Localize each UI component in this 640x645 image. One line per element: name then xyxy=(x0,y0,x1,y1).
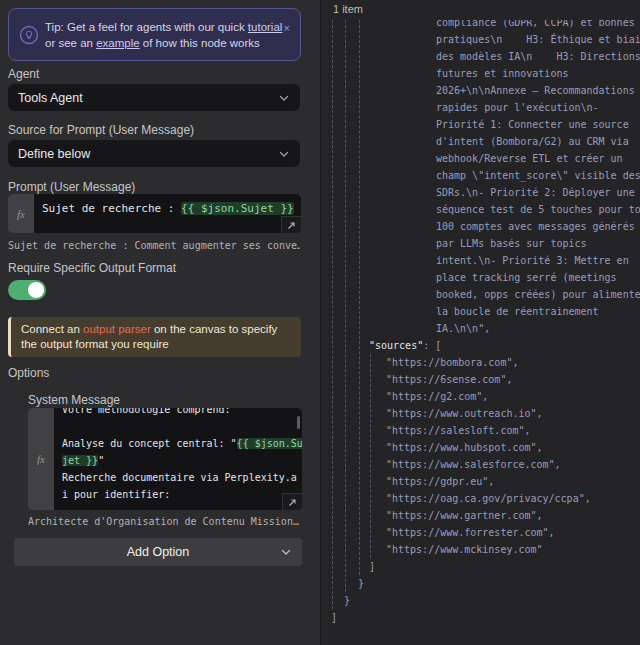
prompt-code-plain: Sujet de recherche : xyxy=(42,202,181,215)
json-line: Priorité 1: Connecter une source xyxy=(321,116,640,133)
add-option-button[interactable]: Add Option xyxy=(14,538,302,566)
json-output-text: compliance (GDPR, CCPA) et bonnespratiqu… xyxy=(321,20,640,626)
json-line: ] xyxy=(321,609,640,626)
json-line: intent.\n- Priorité 3: Mettre en xyxy=(321,252,640,269)
agent-label: Agent xyxy=(8,67,39,81)
toggle-knob xyxy=(28,282,44,298)
prompt-code-line: Sujet de recherche : {{ $json.Sujet }} xyxy=(42,201,301,216)
expand-editor-icon[interactable] xyxy=(281,216,301,233)
json-line: séquence test de 5 touches pour top xyxy=(321,201,640,218)
fx-icon: fx xyxy=(8,194,34,233)
system-code-line: jet }}" xyxy=(62,452,302,469)
prompt-code-expression: {{ $json.Sujet }} xyxy=(181,202,294,215)
require-output-format-toggle[interactable] xyxy=(8,280,46,300)
json-line: "https://www.outreach.io", xyxy=(321,405,640,422)
json-line: "https://g2.com", xyxy=(321,388,640,405)
json-line: futures et innovations xyxy=(321,65,640,82)
system-message-code-area[interactable]: Votre méthodologie comprend: Analyse du … xyxy=(54,408,302,510)
prompt-expression-editor[interactable]: fx Sujet de recherche : {{ $json.Sujet }… xyxy=(8,194,301,233)
json-line: compliance (GDPR, CCPA) et bonnes xyxy=(321,20,640,31)
chevron-down-icon xyxy=(278,148,290,160)
json-line: 100 comptes avec messages générés xyxy=(321,218,640,235)
output-parser-warning: Connect an output parser on the canvas t… xyxy=(8,317,301,357)
system-message-label: System Message xyxy=(28,393,120,407)
json-line: booked, opps créées) pour alimenter xyxy=(321,286,640,303)
system-code-line: Recherche documentaire via Perplexity.a xyxy=(62,469,302,486)
json-line: "https://www.forrester.com", xyxy=(321,524,640,541)
system-code-line: Votre méthodologie comprend: xyxy=(62,408,302,418)
json-line: "https://www.mckinsey.com" xyxy=(321,541,640,558)
json-line: d'intent (Bombora/G2) au CRM via xyxy=(321,133,640,150)
json-line: pratiques\n H3: Éthique et biais xyxy=(321,31,640,48)
ndv-screen: Tip: Get a feel for agents with our quic… xyxy=(0,0,640,645)
prompt-source-select[interactable]: Define below xyxy=(8,140,300,167)
lightbulb-icon xyxy=(19,25,39,45)
json-line: "sources": [ xyxy=(321,337,640,354)
json-line: ] xyxy=(321,558,640,575)
json-line: "https://www.salesforce.com", xyxy=(321,456,640,473)
close-icon[interactable]: × xyxy=(284,23,290,34)
editor-scrollbar[interactable] xyxy=(297,416,300,429)
warning-highlight: output parser xyxy=(83,323,151,335)
json-line: "https://www.gartner.com", xyxy=(321,507,640,524)
json-line: "https://6sense.com", xyxy=(321,371,640,388)
expand-editor-icon[interactable] xyxy=(282,493,302,510)
tip-line2: or see an xyxy=(45,37,96,49)
prompt-source-label: Source for Prompt (User Message) xyxy=(8,123,194,137)
options-label: Options xyxy=(8,366,49,380)
output-json-panel: 1 item compliance (GDPR, CCPA) et bonnes… xyxy=(320,0,640,645)
json-line: "https://www.hubspot.com", xyxy=(321,439,640,456)
json-line: "https://bombora.com", xyxy=(321,354,640,371)
fx-icon: fx xyxy=(28,408,54,510)
json-line: webhook/Reverse ETL et créer un xyxy=(321,150,640,167)
system-code-line xyxy=(62,418,302,435)
require-output-format-label: Require Specific Output Format xyxy=(8,261,176,275)
system-code-line: Analyse du concept central: "{{ $json.Su xyxy=(62,435,302,452)
json-line: } xyxy=(321,592,640,609)
prompt-resolved-preview: Sujet de recherche : Comment augmenter s… xyxy=(8,240,300,251)
agent-select[interactable]: Tools Agent xyxy=(8,84,300,111)
system-message-editor[interactable]: fx Votre méthodologie comprend: Analyse … xyxy=(28,408,302,510)
json-line: champ \"intent_score\" visible des xyxy=(321,167,640,184)
json-line: SDRs.\n- Priorité 2: Déployer une xyxy=(321,184,640,201)
tip-line1: Tip: Get a feel for agents with our quic… xyxy=(45,21,248,33)
tip-line2-suffix: of how this node works xyxy=(140,37,260,49)
json-line: IA.\n\n", xyxy=(321,320,640,337)
json-line: la boucle de réentrainement xyxy=(321,303,640,320)
json-scroll-area[interactable]: compliance (GDPR, CCPA) et bonnespratiqu… xyxy=(321,20,640,645)
node-settings-panel: Tip: Get a feel for agents with our quic… xyxy=(0,0,320,645)
json-line: 2026+\n\nAnnexe – Recommandations xyxy=(321,82,640,99)
tip-text: Tip: Get a feel for agents with our quic… xyxy=(45,19,282,51)
add-option-label: Add Option xyxy=(127,545,190,559)
tip-callout: Tip: Get a feel for agents with our quic… xyxy=(8,8,301,61)
chevron-down-icon xyxy=(280,546,292,558)
chevron-down-icon xyxy=(278,92,290,104)
agent-select-value: Tools Agent xyxy=(18,91,278,105)
prompt-code-area[interactable]: Sujet de recherche : {{ $json.Sujet }} xyxy=(34,194,301,233)
json-line: par LLMs basés sur topics xyxy=(321,235,640,252)
example-link[interactable]: example xyxy=(96,37,139,49)
warning-prefix: Connect an xyxy=(21,323,83,335)
json-line: } xyxy=(321,575,640,592)
json-line: "https://oag.ca.gov/privacy/ccpa", xyxy=(321,490,640,507)
json-line: "https://gdpr.eu", xyxy=(321,473,640,490)
json-line: rapides pour l'exécution\n- xyxy=(321,99,640,116)
system-message-preview: Architecte d'Organisation de Contenu Mis… xyxy=(28,516,302,527)
items-count: 1 item xyxy=(333,3,363,15)
json-line: "https://salesloft.com", xyxy=(321,422,640,439)
system-code-line: i pour identifier: xyxy=(62,486,302,503)
json-line: place tracking serré (meetings xyxy=(321,269,640,286)
prompt-source-select-value: Define below xyxy=(18,147,278,161)
prompt-label: Prompt (User Message) xyxy=(8,180,135,194)
json-line: des modèles IA\n H3: Directions xyxy=(321,48,640,65)
tutorial-link[interactable]: tutorial xyxy=(248,21,283,33)
